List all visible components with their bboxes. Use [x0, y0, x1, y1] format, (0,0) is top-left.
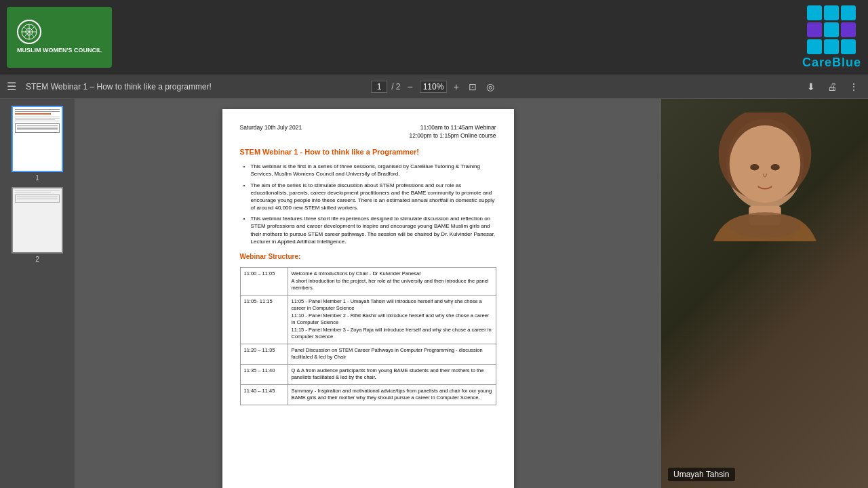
thumbnail-2[interactable]: 2	[5, 187, 69, 263]
schedule-time-1: 11:00 – 11:05	[240, 268, 288, 296]
zoom-in-button[interactable]: +	[451, 80, 462, 94]
more-button[interactable]: ⋮	[846, 80, 861, 94]
print-button[interactable]: 🖨	[825, 80, 840, 94]
doc-date: Saturday 10th July 2021	[240, 124, 302, 140]
schedule-time-4: 11:35 – 11:40	[240, 364, 288, 384]
thumbnails-panel: 1 2	[0, 99, 75, 488]
table-row: 11:20 – 11:35 Panel Discussion on STEM C…	[240, 344, 496, 364]
cb-tile-6	[841, 22, 856, 37]
cb-tile-7	[807, 39, 822, 54]
bullet-1: This webinar is the first in a series of…	[251, 163, 496, 178]
cb-tile-2	[824, 5, 839, 20]
cb-tile-9	[841, 39, 856, 54]
schedule-content-2: 11:05 - Panel Member 1 - Umayah Tahsin w…	[288, 295, 496, 344]
page-number-input[interactable]	[371, 81, 387, 93]
bullet-3: This webinar features three short life e…	[251, 215, 496, 245]
document-title: STEM Webinar 1 - How to think like a Pro…	[240, 147, 496, 157]
doc-time-line2: 12:00pm to 1:15pm Online course	[409, 132, 496, 140]
video-panel: Umayah Tahsin	[661, 99, 868, 488]
careblue-branding: CareBlue	[802, 5, 861, 70]
header: MUSLIM WOMEN'S COUNCIL CareBlue	[0, 0, 868, 75]
thumbnail-1[interactable]: 1	[5, 106, 69, 182]
menu-icon[interactable]: ☰	[7, 80, 16, 93]
bullet-2: The aim of the series is to stimulate di…	[251, 182, 496, 212]
page-separator: / 2	[391, 82, 400, 92]
careblue-grid	[807, 5, 856, 54]
careblue-label: CareBlue	[802, 56, 861, 70]
thumb-label-2: 2	[35, 256, 39, 263]
schedule-time-2: 11:05- 11:15	[240, 295, 288, 344]
structure-title: Webinar Structure:	[240, 252, 496, 262]
schedule-content-5: Summary - Inspiration and motivational a…	[288, 384, 496, 405]
cb-tile-4	[807, 22, 822, 37]
schedule-content-4: Q & A from audience participants from yo…	[288, 364, 496, 384]
pdf-area[interactable]: Saturday 10th July 2021 11:00am to 11:45…	[75, 99, 661, 488]
schedule-table: 11:00 – 11:05 Welcome & Introductions by…	[240, 267, 496, 405]
toolbar-right: ⬇ 🖨 ⋮	[804, 80, 861, 94]
cb-tile-8	[824, 39, 839, 54]
person-video	[690, 113, 840, 241]
schedule-time-5: 11:40 – 11:45	[240, 384, 288, 405]
cb-tile-1	[807, 5, 822, 20]
logo-circle	[17, 20, 41, 44]
page-controls: / 2 − + ⊡ ◎	[371, 80, 497, 94]
table-row: 11:00 – 11:05 Welcome & Introductions by…	[240, 268, 496, 296]
doc-time-line1: 11:00am to 11:45am Webinar	[409, 124, 496, 132]
video-name-tag: Umayah Tahsin	[668, 468, 735, 481]
doc-header-row: Saturday 10th July 2021 11:00am to 11:45…	[240, 124, 496, 140]
pdf-toolbar: ☰ STEM Webinar 1 – How to think like a p…	[0, 75, 868, 99]
schedule-content-1: Welcome & Introductions by Chair - Dr Ku…	[288, 268, 496, 296]
video-feed: Umayah Tahsin	[661, 99, 868, 488]
cb-tile-5	[824, 22, 839, 37]
table-row: 11:05- 11:15 11:05 - Panel Member 1 - Um…	[240, 295, 496, 344]
schedule-content-3: Panel Discussion on STEM Career Pathways…	[288, 344, 496, 364]
settings-button[interactable]: ◎	[484, 80, 497, 94]
document-bullets: This webinar is the first in a series of…	[240, 163, 496, 245]
thumb-label-1: 1	[35, 174, 39, 182]
svg-point-12	[729, 212, 800, 238]
pdf-document: Saturday 10th July 2021 11:00am to 11:45…	[222, 109, 514, 488]
logo: MUSLIM WOMEN'S COUNCIL	[7, 7, 112, 68]
schedule-time-3: 11:20 – 11:35	[240, 344, 288, 364]
zoom-input[interactable]	[420, 81, 447, 93]
download-button[interactable]: ⬇	[804, 80, 818, 94]
cb-tile-3	[841, 5, 856, 20]
thumb-image-2	[12, 187, 63, 253]
logo-emblem	[20, 23, 38, 41]
logo-text: MUSLIM WOMEN'S COUNCIL	[17, 47, 102, 55]
thumb-image-1	[12, 106, 63, 172]
table-row: 11:40 – 11:45 Summary - Inspiration and …	[240, 384, 496, 405]
zoom-out-button[interactable]: −	[404, 80, 415, 94]
main-area: 1 2 Saturday 10th July 2021	[0, 99, 868, 488]
presentation-button[interactable]: ⊡	[466, 80, 479, 94]
table-row: 11:35 – 11:40 Q & A from audience partic…	[240, 364, 496, 384]
